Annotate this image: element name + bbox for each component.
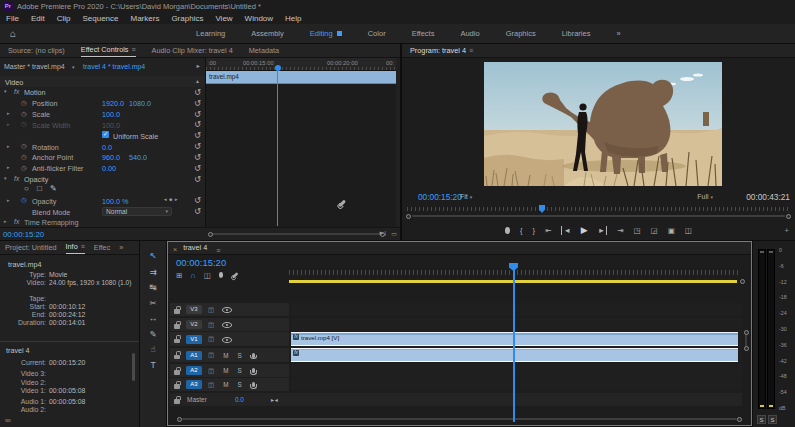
program-scrollbar[interactable] bbox=[412, 215, 785, 217]
twirl-closed-icon[interactable]: ▸ bbox=[7, 164, 10, 170]
zoom-handle-right[interactable] bbox=[737, 417, 742, 422]
reset-icon[interactable]: ↺ bbox=[194, 174, 201, 184]
rotation-value[interactable]: 0.0 bbox=[102, 143, 112, 152]
tool-razor[interactable]: ✂ bbox=[149, 298, 156, 309]
track-output-eye-icon[interactable] bbox=[222, 305, 231, 314]
lock-icon[interactable] bbox=[174, 351, 181, 359]
track-output-eye-icon[interactable] bbox=[222, 320, 231, 329]
mute-button[interactable]: M bbox=[223, 367, 228, 374]
scale-value[interactable]: 100.0 bbox=[102, 110, 120, 119]
workspace-tab-assembly[interactable]: Assembly bbox=[251, 29, 284, 38]
solo-right-button[interactable]: S bbox=[768, 415, 777, 424]
step-back-button[interactable]: ◄ bbox=[561, 226, 570, 235]
lock-icon[interactable] bbox=[174, 367, 181, 375]
button-editor-add-icon[interactable]: + bbox=[785, 226, 789, 235]
mask-rect-icon[interactable]: □ bbox=[37, 184, 42, 193]
ec-playhead-handle[interactable] bbox=[275, 65, 281, 71]
reset-icon[interactable]: ↺ bbox=[194, 206, 201, 216]
sync-lock-icon[interactable]: ◫ bbox=[208, 351, 214, 359]
go-to-out-button[interactable]: ⇥ bbox=[617, 226, 623, 235]
stopwatch-icon[interactable]: ◷ bbox=[21, 110, 27, 118]
workspace-overflow-icon[interactable]: » bbox=[616, 29, 620, 38]
track-a1-header[interactable]: A1 ◫ M S bbox=[170, 348, 289, 362]
export-frame-button[interactable]: ▣ bbox=[668, 226, 675, 235]
tab-info[interactable]: Info≡ bbox=[66, 242, 85, 254]
program-scrubber[interactable] bbox=[402, 205, 795, 219]
twirl-open-icon[interactable]: ▾ bbox=[4, 175, 7, 181]
stopwatch-icon[interactable]: ◷ bbox=[21, 164, 27, 172]
menu-window[interactable]: Window bbox=[239, 14, 279, 23]
add-marker-icon[interactable] bbox=[219, 272, 223, 278]
panel-menu-icon[interactable]: ≡ bbox=[132, 46, 136, 53]
track-v2-header[interactable]: V2 ◫ bbox=[170, 318, 289, 331]
track-target-v1[interactable]: V1 bbox=[186, 335, 202, 344]
panel-overflow-icon[interactable]: » bbox=[119, 243, 123, 254]
voiceover-mic-icon[interactable] bbox=[252, 382, 255, 387]
workspace-tab-color[interactable]: Color bbox=[368, 29, 386, 38]
tool-ripple-edit[interactable]: ↹ bbox=[149, 282, 156, 293]
program-timecode[interactable]: 00:00:15:20 bbox=[418, 192, 462, 202]
reset-icon[interactable]: ↺ bbox=[194, 152, 201, 162]
track-v1-header[interactable]: V1 ◫ bbox=[170, 332, 289, 346]
go-to-in-button[interactable]: ⇤ bbox=[545, 226, 551, 235]
workspace-tab-graphics[interactable]: Graphics bbox=[506, 29, 536, 38]
sync-lock-icon[interactable]: ◫ bbox=[208, 335, 214, 343]
tab-metadata[interactable]: Metadata bbox=[249, 46, 279, 57]
lock-icon[interactable] bbox=[174, 396, 181, 404]
master-volume-value[interactable]: 0.0 bbox=[235, 396, 244, 403]
keyframe-nav[interactable]: ◄◆► bbox=[163, 197, 180, 202]
snap-icon[interactable]: ∩ bbox=[190, 271, 195, 280]
timeline-settings-icon[interactable] bbox=[232, 272, 238, 278]
anchor-x-value[interactable]: 960.0 bbox=[102, 153, 120, 162]
tool-pen[interactable]: ✎ bbox=[149, 329, 156, 340]
menu-edit[interactable]: Edit bbox=[25, 14, 51, 23]
chevron-down-icon[interactable]: ▾ bbox=[72, 64, 75, 70]
show-keyframe-timeline-icon[interactable]: ► bbox=[196, 63, 201, 69]
mute-button[interactable]: M bbox=[223, 381, 228, 388]
menu-graphics[interactable]: Graphics bbox=[165, 14, 209, 23]
anti-flicker-value[interactable]: 0.00 bbox=[102, 164, 116, 173]
track-v3-header[interactable]: V3 ◫ bbox=[170, 303, 289, 316]
reset-icon[interactable]: ↺ bbox=[194, 109, 201, 119]
track-a3-header[interactable]: A3 ◫ M S bbox=[170, 378, 289, 391]
timeline-hscrollbar[interactable] bbox=[182, 418, 737, 420]
add-marker-button[interactable] bbox=[505, 227, 510, 234]
zoom-handle-left[interactable] bbox=[177, 417, 182, 422]
scroll-handle-right[interactable] bbox=[786, 214, 791, 219]
reset-icon[interactable]: ↺ bbox=[194, 87, 201, 97]
param-position[interactable]: ◷ Position 1920.0 1080.0 ↺ bbox=[0, 98, 205, 109]
anchor-y-value[interactable]: 540.0 bbox=[129, 153, 147, 162]
tool-hand[interactable]: ☝ bbox=[150, 344, 155, 355]
mask-pen-icon[interactable]: ✎ bbox=[50, 184, 57, 193]
zoom-handle-right[interactable] bbox=[740, 279, 745, 284]
reset-icon[interactable]: ↺ bbox=[194, 141, 201, 151]
tab-effects[interactable]: Effec bbox=[94, 243, 111, 254]
stopwatch-icon[interactable]: ◷ bbox=[21, 153, 27, 161]
workspace-tab-effects[interactable]: Effects bbox=[412, 29, 435, 38]
reset-icon[interactable]: ↺ bbox=[194, 130, 201, 140]
play-button[interactable]: ▶ bbox=[581, 225, 588, 235]
linked-selection-icon[interactable]: ◫ bbox=[204, 271, 211, 280]
sequence-clip-label[interactable]: travel 4 * travel.mp4 bbox=[83, 63, 145, 70]
vscroll-handle-bottom[interactable] bbox=[744, 346, 749, 351]
track-target-a1[interactable]: A1 bbox=[186, 351, 202, 360]
param-uniform-scale[interactable]: ✓ Uniform Scale ↺ bbox=[0, 130, 205, 141]
solo-button[interactable]: S bbox=[237, 367, 241, 374]
close-icon[interactable]: × bbox=[173, 245, 177, 254]
voiceover-mic-icon[interactable] bbox=[252, 368, 255, 373]
menu-sequence[interactable]: Sequence bbox=[76, 14, 124, 23]
tab-audio-clip-mixer[interactable]: Audio Clip Mixer: travel 4 bbox=[152, 46, 233, 57]
ec-playhead-line[interactable] bbox=[277, 71, 278, 226]
param-opacity[interactable]: ▸ ◷ Opacity 100.0 % ◄◆► ↺ bbox=[0, 195, 205, 206]
ec-timecode[interactable]: 00:00:15:20 bbox=[3, 230, 44, 239]
home-icon[interactable]: ⌂ bbox=[10, 28, 16, 39]
nest-icon[interactable]: ⊞ bbox=[176, 271, 182, 280]
param-anchor-point[interactable]: ◷ Anchor Point 960.0 540.0 ↺ bbox=[0, 152, 205, 163]
twirl-open-icon[interactable]: ▾ bbox=[4, 88, 7, 94]
workspace-tab-editing[interactable]: Editing bbox=[310, 29, 342, 38]
effect-motion[interactable]: ▾ fx Motion ↺ bbox=[0, 87, 205, 98]
sync-lock-icon[interactable]: ◫ bbox=[208, 367, 214, 375]
tab-program[interactable]: Program: travel 4≡ bbox=[410, 46, 473, 57]
menu-markers[interactable]: Markers bbox=[125, 14, 166, 23]
solo-button[interactable]: S bbox=[237, 381, 241, 388]
